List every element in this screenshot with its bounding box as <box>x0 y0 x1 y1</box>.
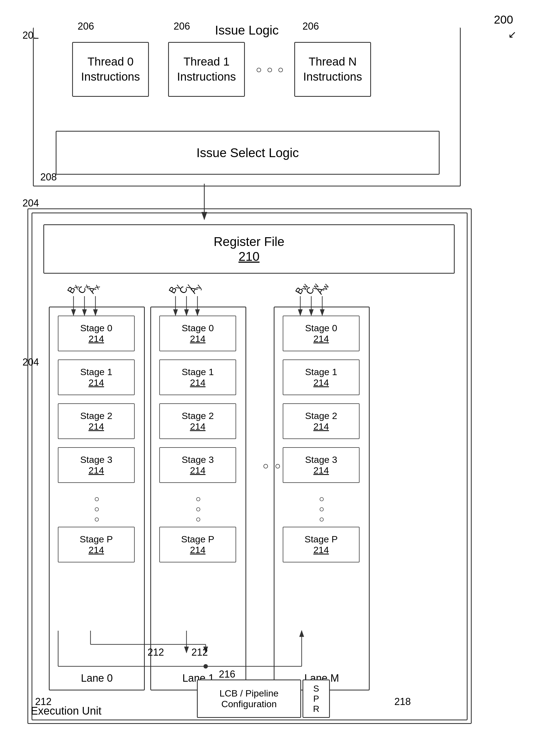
diagram-container: 200 ↙ <box>0 0 546 756</box>
laneM-stage2-label: Stage 2 <box>305 410 337 421</box>
lane0-stage0-ref: 214 <box>89 333 104 344</box>
issue-select-label: Issue Select Logic <box>196 145 299 160</box>
figure-arrow: ↙ <box>508 29 516 40</box>
lane0-stage2: Stage 2 214 <box>58 403 135 439</box>
lane1-stage3-ref: 214 <box>190 465 206 476</box>
ref-204-side: 204 <box>22 356 39 368</box>
ax-label: Ax <box>86 281 102 296</box>
lane0-stage3-ref: 214 <box>89 465 104 476</box>
lane1-stage3-label: Stage 3 <box>182 454 214 465</box>
issue-logic-title: Issue Logic <box>34 23 460 38</box>
lane0-stage3-label: Stage 3 <box>80 454 112 465</box>
ref-206-2: 206 <box>302 21 319 32</box>
ref-206-1: 206 <box>174 21 190 32</box>
laneM-stageP: Stage P 214 <box>283 527 360 562</box>
lane1-ellipsis: ○○○ <box>151 494 245 524</box>
laneM-stageP-ref: 214 <box>313 545 329 555</box>
lane1-stage2: Stage 2 214 <box>159 403 236 439</box>
lcb-label: LCB / PipelineConfiguration <box>219 688 278 709</box>
laneM-stage2: Stage 2 214 <box>283 403 360 439</box>
threadN-label: Thread NInstructions <box>303 54 362 84</box>
lane1-stageP-label: Stage P <box>181 534 214 545</box>
lane0-stage2-label: Stage 2 <box>80 410 112 421</box>
laneM-stage3-label: Stage 3 <box>305 454 337 465</box>
lane0-stageP-ref: 214 <box>89 545 104 555</box>
reg-file-label: Register File <box>214 234 284 249</box>
ref-218: 218 <box>394 696 411 707</box>
laneM-stageP-label: Stage P <box>305 534 338 545</box>
ay-label: Ay <box>187 281 203 296</box>
lane0-label: Lane 0 <box>50 672 144 684</box>
lane1-stage0: Stage 0 214 <box>159 316 236 351</box>
spr-label: SPR <box>313 684 319 714</box>
lane0-stage1-label: Stage 1 <box>80 367 112 377</box>
reg-file-ref: 210 <box>239 249 260 264</box>
exec-unit-label: Execution Unit <box>31 705 101 717</box>
spr-box: SPR <box>302 679 330 718</box>
lane1-stageP-ref: 214 <box>190 545 206 555</box>
lane1-stage1: Stage 1 214 <box>159 359 236 395</box>
laneM-stage0-label: Stage 0 <box>305 323 337 333</box>
lane1-stage2-label: Stage 2 <box>182 410 214 421</box>
laneM-stage3-ref: 214 <box>313 465 329 476</box>
laneM-stage2-ref: 214 <box>313 421 329 432</box>
laneM-stage1-label: Stage 1 <box>305 367 337 377</box>
lane0-stage3: Stage 3 214 <box>58 447 135 483</box>
lane1-stage0-ref: 214 <box>190 333 206 344</box>
lane1-stage3: Stage 3 214 <box>159 447 236 483</box>
lane0-stage0: Stage 0 214 <box>58 316 135 351</box>
aw-label: Aw <box>314 281 331 297</box>
ref-216: 216 <box>219 669 235 680</box>
laneM-box: Stage 0 214 Stage 1 214 Stage 2 214 Stag… <box>274 307 370 690</box>
ref-206-0: 206 <box>78 21 94 32</box>
lane0-box: Stage 0 214 Stage 1 214 Stage 2 214 Stag… <box>49 307 145 690</box>
lane1-stage0-label: Stage 0 <box>182 323 214 333</box>
thread0-box: Thread 0Instructions <box>72 42 149 97</box>
lane1-box: Stage 0 214 Stage 1 214 Stage 2 214 Stag… <box>150 307 246 690</box>
lane0-stage2-ref: 214 <box>89 421 104 432</box>
lane0-stageP-label: Stage P <box>80 534 113 545</box>
thread-ellipsis: ○ ○ ○ <box>256 64 285 75</box>
lane1-stage1-label: Stage 1 <box>182 367 214 377</box>
ref-212-lane1-a: 212 <box>148 647 164 658</box>
lane0-stageP: Stage P 214 <box>58 527 135 562</box>
reg-file-box: Register File 210 <box>43 224 455 274</box>
ref-212-lane1-b: 212 <box>191 647 208 658</box>
laneM-stage0-ref: 214 <box>313 333 329 344</box>
laneM-stage0: Stage 0 214 <box>283 316 360 351</box>
lane0-stage1: Stage 1 214 <box>58 359 135 395</box>
lane1-stage1-ref: 214 <box>190 377 206 388</box>
thread1-label: Thread 1Instructions <box>177 54 236 84</box>
lane0-stage0-label: Stage 0 <box>80 323 112 333</box>
exec-outer-box1: Register File 210 Bx Cx Ax Stage 0 214 S… <box>32 213 468 720</box>
threadN-box: Thread NInstructions <box>294 42 371 97</box>
lane0-ellipsis: ○○○ <box>50 494 144 524</box>
laneM-ellipsis: ○○○ <box>275 494 369 524</box>
lane1-stage2-ref: 214 <box>190 421 206 432</box>
lcb-box: LCB / PipelineConfiguration <box>197 679 301 718</box>
thread0-label: Thread 0Instructions <box>81 54 140 84</box>
exec-outer-box2: Register File 210 Bx Cx Ax Stage 0 214 S… <box>27 208 472 724</box>
ref-204-top: 204 <box>22 197 39 209</box>
lane1-stageP: Stage P 214 <box>159 527 236 562</box>
issue-select-box: Issue Select Logic <box>56 131 440 175</box>
laneM-stage1: Stage 1 214 <box>283 359 360 395</box>
issue-logic-box: Issue Logic 206 206 206 Thread 0Instruct… <box>33 27 461 186</box>
lane0-stage1-ref: 214 <box>89 377 104 388</box>
laneM-stage1-ref: 214 <box>313 377 329 388</box>
figure-number: 200 <box>494 13 513 26</box>
laneM-stage3: Stage 3 214 <box>283 447 360 483</box>
thread1-box: Thread 1Instructions <box>168 42 245 97</box>
ref-208: 208 <box>40 171 57 183</box>
